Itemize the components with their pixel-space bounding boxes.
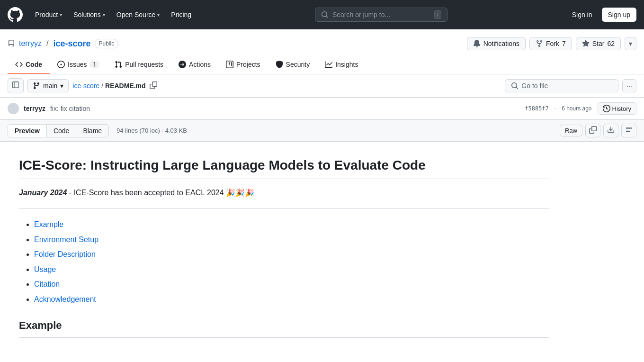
download-button[interactable] (603, 124, 618, 137)
pricing-link[interactable]: Pricing (166, 7, 196, 22)
opensource-chevron-icon: ▾ (157, 12, 160, 18)
panel-toggle-icon (12, 81, 19, 89)
commit-message: fix: fix citation (50, 105, 90, 112)
download-icon (607, 126, 615, 134)
file-view-tab-blame[interactable]: Blame (76, 125, 108, 137)
star-icon (582, 40, 590, 47)
file-meta: 94 lines (70 loc) · 4.03 KB (116, 127, 187, 134)
notifications-button[interactable]: Notifications (467, 37, 526, 50)
history-button[interactable]: History (598, 102, 636, 115)
breadcrumb-repo-link[interactable]: ice-score (72, 82, 99, 90)
opensource-label: Open Source (116, 11, 156, 18)
branch-name: main (43, 82, 57, 90)
fork-icon (536, 40, 543, 47)
file-view-tabs: Preview Code Blame (8, 124, 109, 137)
star-label: Star (592, 40, 605, 47)
search-icon (321, 11, 329, 18)
toc-link-example[interactable]: Example (34, 220, 63, 228)
copy-file-icon (589, 126, 597, 134)
tab-code[interactable]: Code (8, 56, 50, 74)
file-view-header: Preview Code Blame 94 lines (70 loc) · 4… (0, 120, 644, 142)
readme-intro: January 2024 - ICE-Score has been accept… (19, 187, 549, 199)
list-item: Environment Setup (34, 234, 549, 246)
readme-intro-text: - ICE-Score has been accepted to EACL 20… (69, 189, 254, 197)
panel-toggle-button[interactable] (8, 78, 24, 93)
pr-icon (115, 61, 122, 68)
tab-projects[interactable]: Projects (218, 56, 268, 74)
github-logo[interactable] (8, 7, 23, 22)
copy-path-button[interactable] (148, 80, 159, 92)
commit-author-link[interactable]: terryyz (24, 105, 45, 112)
commit-hash: f5885f7 (525, 105, 549, 112)
bell-icon (473, 40, 481, 47)
tab-actions[interactable]: Actions (171, 56, 218, 74)
repo-icon (8, 40, 15, 47)
toc-link-envsetup[interactable]: Environment Setup (34, 235, 98, 244)
goto-file-search[interactable]: Go to file (505, 79, 618, 92)
readme-toc: Example Environment Setup Folder Descrip… (19, 218, 549, 306)
topnav: Product ▾ Solutions ▾ Open Source ▾ Pric… (0, 0, 644, 29)
tab-pullrequests[interactable]: Pull requests (107, 56, 171, 74)
star-add-button[interactable]: ▾ (625, 37, 636, 50)
goto-file-placeholder: Go to file (521, 82, 612, 90)
toc-link-usage[interactable]: Usage (34, 265, 56, 273)
security-icon (276, 61, 283, 68)
solutions-chevron-icon: ▾ (103, 12, 105, 18)
product-link[interactable]: Product ▾ (30, 7, 67, 22)
code-icon (15, 61, 23, 68)
file-view-tab-code[interactable]: Code (47, 125, 76, 137)
fork-button[interactable]: Fork 7 (529, 37, 572, 50)
breadcrumb: ice-score / README.md (72, 80, 501, 92)
projects-icon (226, 61, 233, 68)
commit-time-value: 6 hours ago (562, 105, 591, 112)
toc-link-acknowledgement[interactable]: Acknowledgement (34, 295, 96, 303)
readme-section-example-title: Example (19, 317, 549, 338)
outline-icon (625, 126, 633, 134)
actions-icon (179, 61, 186, 68)
github-logo-icon (8, 7, 23, 22)
tab-security[interactable]: Security (268, 56, 318, 74)
list-item: Example (34, 218, 549, 231)
tab-issues[interactable]: Issues 1 (50, 56, 107, 74)
file-view-tab-preview[interactable]: Preview (8, 125, 47, 137)
star-button[interactable]: Star 62 (576, 37, 621, 50)
breadcrumb-separator: / (101, 82, 103, 90)
list-item: Citation (34, 278, 549, 290)
readme-divider (19, 208, 549, 209)
readme-intro-date: January 2024 (19, 189, 67, 197)
issues-icon (57, 61, 65, 68)
solutions-link[interactable]: Solutions ▾ (69, 7, 110, 22)
branch-selector[interactable]: main ▾ (27, 79, 69, 92)
signin-button[interactable]: Sign in (566, 7, 598, 22)
commit-row: terryyz fix: fix citation f5885f7 · 6 ho… (0, 98, 644, 120)
signup-button[interactable]: Sign up (602, 8, 636, 22)
tab-insights[interactable]: Insights (317, 56, 366, 74)
notifications-label: Notifications (483, 40, 519, 47)
goto-file-search-icon (511, 82, 519, 90)
more-options-button[interactable]: ··· (622, 79, 636, 92)
raw-button[interactable]: Raw (560, 125, 582, 136)
commit-author-avatar (8, 103, 19, 114)
breadcrumb-file: README.md (105, 82, 146, 90)
repo-name-link[interactable]: ice-score (53, 39, 90, 49)
opensource-link[interactable]: Open Source ▾ (112, 7, 165, 22)
list-item: Acknowledgement (34, 293, 549, 306)
repo-title-row: terryyz / ice-score Public Notifications… (8, 37, 636, 50)
history-icon (603, 105, 610, 112)
repo-tabs: Code Issues 1 Pull requests Actions Pr (8, 56, 636, 74)
insights-icon (325, 61, 332, 68)
readme-title: ICE-Score: Instructing Large Language Mo… (19, 157, 549, 179)
toc-link-citation[interactable]: Citation (34, 280, 60, 288)
copy-file-button[interactable] (585, 124, 600, 137)
search-box[interactable]: Search or jump to... / (315, 8, 447, 22)
topnav-actions: Sign in Sign up (566, 7, 636, 22)
branch-chevron-icon: ▾ (60, 82, 63, 90)
pricing-label: Pricing (171, 11, 191, 18)
repo-owner-link[interactable]: terryyz (19, 39, 42, 48)
toc-link-folderdesc[interactable]: Folder Description (34, 250, 96, 258)
product-label: Product (35, 11, 58, 18)
outline-button[interactable] (621, 124, 636, 137)
solutions-label: Solutions (73, 11, 101, 18)
file-actions: Raw (560, 124, 636, 137)
issues-count: 1 (89, 61, 99, 68)
